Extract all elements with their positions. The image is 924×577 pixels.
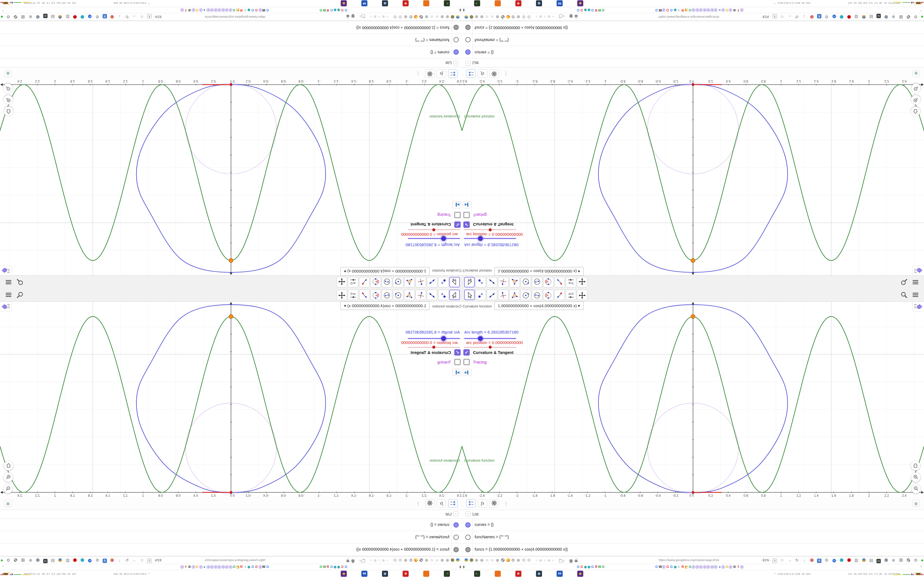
balloon-icon[interactable] — [464, 14, 468, 19]
visibility-toggle[interactable] — [465, 50, 470, 55]
bookmark-favicon[interactable]: f — [184, 565, 188, 569]
tool-line[interactable] — [487, 277, 497, 287]
zoom-in-button[interactable] — [911, 472, 921, 482]
bookmark-favicon[interactable]: W — [262, 8, 266, 12]
url-text[interactable]: https://www.geogebra.org/classic/aagcxh3… — [205, 558, 265, 562]
firefox-icon[interactable] — [414, 14, 418, 19]
visibility-toggle[interactable] — [465, 25, 470, 30]
arrow-right-icon[interactable]: → — [787, 14, 792, 19]
globe-icon[interactable]: ⊕ — [891, 558, 896, 563]
circle-olive-icon[interactable] — [450, 14, 455, 19]
tool-slider[interactable]: a=2 — [348, 277, 358, 287]
visibility-toggle[interactable] — [454, 522, 459, 527]
shield-icon[interactable] — [567, 558, 572, 563]
bookmark-favicon[interactable] — [199, 8, 203, 12]
lock-icon[interactable] — [347, 558, 352, 563]
bookmark-favicon[interactable] — [221, 565, 225, 569]
tool-polygon[interactable] — [509, 290, 520, 300]
bookmark-favicon[interactable]: ◩ — [236, 8, 240, 12]
tool-conic[interactable] — [532, 277, 542, 287]
tool-move[interactable] — [449, 290, 460, 300]
search-icon[interactable] — [899, 278, 906, 286]
reload-icon[interactable]: ↻ — [795, 558, 800, 563]
sidebar-handle-icon[interactable]: ‖ — [460, 565, 461, 569]
bookmark-favicon[interactable] — [662, 565, 666, 569]
globe-icon[interactable]: ⊕ — [474, 14, 479, 19]
algebra-expression[interactable]: curves = {} — [430, 50, 449, 55]
globe-icon[interactable]: ⊕ — [474, 558, 479, 563]
ublock-icon[interactable]: uo — [43, 14, 48, 19]
bookmark-favicon[interactable]: G — [250, 8, 255, 12]
bookmark-favicon[interactable]: ◩ — [684, 565, 688, 569]
globe-icon[interactable]: ⊕ — [516, 14, 521, 19]
home-button[interactable] — [4, 106, 13, 116]
tree-view-icon[interactable] — [448, 499, 457, 508]
trash-icon[interactable]: ▥ — [854, 558, 859, 563]
slider-handle[interactable] — [489, 346, 492, 349]
kebab-menu-icon[interactable]: ⋮ — [502, 500, 507, 507]
app-icon-floppy64[interactable]: 64 — [361, 0, 367, 6]
arc-position-slider[interactable] — [408, 228, 460, 231]
tool-slider[interactable]: a=2 — [348, 290, 358, 300]
globe-color-icon[interactable] — [861, 558, 866, 563]
graphics-stylebar-toggle[interactable] — [0, 302, 12, 311]
tool-angle[interactable] — [370, 277, 381, 287]
bookmark-favicon[interactable]: G — [319, 565, 323, 569]
fx-icon[interactable]: fx — [478, 69, 487, 78]
chevron-up-icon[interactable]: ⌃ — [2, 8, 4, 12]
globe-color-icon[interactable] — [58, 558, 63, 563]
app-icon-firefox[interactable] — [423, 571, 429, 577]
bookmark-favicon[interactable]: ⚙ — [187, 8, 192, 12]
lock-icon[interactable] — [572, 558, 577, 563]
headset-icon[interactable]: ∩ — [429, 14, 434, 19]
app-icon-owl[interactable]: ◉ — [341, 0, 347, 6]
bookmark-favicon[interactable]: G — [601, 565, 605, 569]
algebra-expression[interactable]: funcNames = {"" ""} — [415, 535, 449, 539]
gear-icon[interactable]: ⚙ — [409, 558, 414, 563]
globe-icon[interactable]: ⊕ — [445, 14, 450, 19]
globe-color-icon[interactable] — [861, 14, 866, 19]
translate-box-icon[interactable]: A — [147, 558, 152, 563]
shield-cyan-icon[interactable] — [839, 558, 844, 563]
archive-icon[interactable]: ▤ — [869, 558, 874, 563]
tool-point[interactable]: A — [438, 290, 449, 300]
visibility-toggle[interactable] — [465, 535, 470, 540]
shield-clock-icon[interactable] — [36, 558, 40, 563]
graphics-stylebar-toggle[interactable] — [912, 266, 924, 275]
globe-icon[interactable]: ⊕ — [445, 558, 450, 563]
visibility-toggle[interactable] — [465, 37, 470, 42]
marker-icon[interactable] — [110, 14, 115, 19]
archive-icon[interactable]: ▤ — [50, 14, 55, 19]
bookmark-favicon[interactable] — [225, 8, 229, 12]
bookmark-favicon[interactable] — [740, 565, 744, 569]
search-icon[interactable] — [18, 291, 25, 299]
tool-move[interactable] — [464, 290, 475, 300]
panel-options-icon[interactable]: ▦ — [5, 70, 11, 77]
bookmark-favicon[interactable] — [706, 8, 710, 12]
folder-icon[interactable] — [362, 14, 367, 19]
tool-point[interactable]: A — [438, 277, 449, 287]
shield-cyan-icon[interactable] — [839, 14, 844, 19]
bookmark-favicon[interactable] — [703, 8, 706, 12]
ublock-icon[interactable]: uo — [43, 558, 48, 563]
tool-line[interactable] — [427, 290, 437, 300]
algebra-expression[interactable]: funcNames = {"" ""} — [475, 535, 509, 539]
puzzle-icon[interactable] — [21, 558, 26, 563]
gear-icon[interactable]: ⚙ — [824, 14, 829, 19]
lock-icon[interactable] — [347, 14, 352, 19]
add-circle-blue-icon[interactable]: + — [832, 14, 837, 19]
globe-icon[interactable]: ⊕ — [495, 558, 500, 563]
globe-icon[interactable]: ⊕ — [28, 558, 33, 563]
shield-clock-icon[interactable] — [36, 14, 40, 19]
tree-view-icon[interactable] — [467, 69, 476, 78]
bookmark-favicon[interactable]: G — [319, 8, 323, 12]
app-icon-owl[interactable]: ◉ — [577, 0, 583, 6]
slider-track[interactable] — [464, 238, 516, 239]
bookmark-favicon[interactable] — [181, 565, 184, 569]
headset-icon[interactable]: ∩ — [490, 558, 495, 563]
bookmark-favicon[interactable] — [210, 8, 214, 12]
bookmark-favicon[interactable] — [214, 565, 218, 569]
tool-special-lines[interactable] — [415, 277, 426, 287]
tree-view-icon[interactable] — [467, 499, 476, 508]
globe-icon[interactable]: ⊕ — [403, 558, 408, 563]
